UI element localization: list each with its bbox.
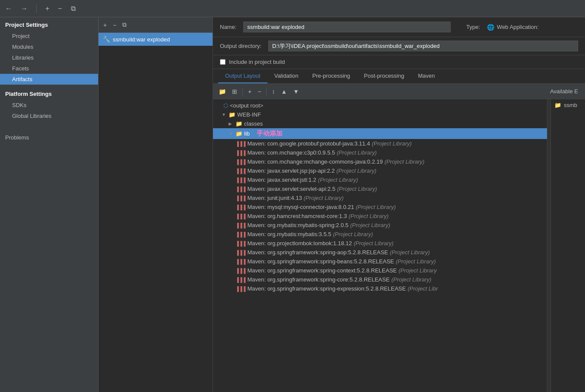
type-value: 🌐 Web Application:: [487, 24, 539, 31]
tree-item-maven9[interactable]: ▐▐▐ Maven: org.hamcrest:hamcrest-core:1.…: [213, 212, 547, 221]
toolbar-separator-1: [36, 4, 37, 13]
maven13-suffix: (Project Library): [390, 249, 429, 256]
top-toolbar: ← → + − ⧉: [0, 0, 585, 17]
sidebar: Project Settings Project Modules Librari…: [0, 17, 99, 392]
tree-scrollbar[interactable]: [547, 99, 550, 392]
maven6-label: Maven: javax.servlet:servlet-api:2.5: [247, 186, 335, 192]
tree-item-output-root[interactable]: ⬡ <output root>: [213, 101, 547, 110]
tree-item-maven2[interactable]: ▐▐▐ Maven: com.mchange:c3p0:0.9.5.5 (Pro…: [213, 148, 547, 157]
type-label: Type:: [466, 24, 480, 30]
output-dir-input[interactable]: [268, 41, 578, 51]
tree-item-maven1[interactable]: ▐▐▐ Maven: com.google.protobuf:protobuf-…: [213, 139, 547, 148]
maven10-label: Maven: org.mybatis:mybatis-spring:2.0.5: [247, 222, 348, 228]
sidebar-item-modules[interactable]: Modules: [0, 41, 98, 52]
tabs-row: Output Layout Validation Pre-processing …: [213, 69, 585, 84]
maven-icon-12: ▐▐▐: [235, 241, 245, 246]
sidebar-item-artifacts[interactable]: Artifacts: [0, 74, 98, 85]
sidebar-item-project[interactable]: Project: [0, 31, 98, 41]
tab-validation[interactable]: Validation: [267, 69, 305, 83]
tree-item-classes[interactable]: ▶ 📁 classes: [213, 119, 547, 128]
copy-button[interactable]: ⧉: [69, 4, 77, 13]
tree-item-maven3[interactable]: ▐▐▐ Maven: com.mchange:mchange-commons-j…: [213, 157, 547, 166]
back-button[interactable]: ←: [3, 4, 14, 13]
maven3-label: Maven: com.mchange:mchange-commons-java:…: [247, 158, 383, 165]
sidebar-item-global-libraries[interactable]: Global Libraries: [0, 111, 98, 121]
tree-item-maven17[interactable]: ▐▐▐ Maven: org.springframework:spring-ex…: [213, 284, 547, 293]
maven-icon-7: ▐▐▐: [235, 196, 245, 201]
tab-post-processing[interactable]: Post-processing: [357, 69, 411, 83]
artifact-copy-btn[interactable]: ⧉: [120, 20, 129, 30]
available-item-label: ssmb: [564, 102, 577, 108]
layout-down-btn[interactable]: ▼: [291, 87, 301, 96]
tree-item-maven15[interactable]: ▐▐▐ Maven: org.springframework:spring-co…: [213, 266, 547, 275]
sidebar-item-libraries[interactable]: Libraries: [0, 52, 98, 63]
maven14-suffix: (Project Library): [396, 258, 436, 265]
tree-item-maven4[interactable]: ▐▐▐ Maven: javax.servlet.jsp:jsp-api:2.2…: [213, 166, 547, 175]
maven11-label: Maven: org.mybatis:mybatis:3.5.5: [247, 231, 331, 237]
maven-icon-8: ▐▐▐: [235, 205, 245, 210]
layout-up-btn[interactable]: ▲: [279, 87, 289, 96]
layout-sort-btn[interactable]: ↕: [270, 87, 277, 96]
maven4-label: Maven: javax.servlet.jsp:jsp-api:2.2: [247, 168, 334, 174]
maven16-suffix: (Project Library): [391, 276, 431, 283]
forward-button[interactable]: →: [19, 4, 29, 13]
layout-sep-2: [266, 88, 267, 95]
sidebar-problems[interactable]: Problems: [0, 130, 98, 143]
name-label: Name:: [220, 24, 236, 30]
artifact-remove-btn[interactable]: −: [111, 20, 118, 30]
maven4-suffix: (Project Library): [337, 168, 376, 174]
maven10-suffix: (Project Library): [350, 222, 390, 228]
layout-folder-btn[interactable]: 📁: [216, 87, 228, 96]
maven-icon-9: ▐▐▐: [235, 214, 245, 219]
tree-item-maven7[interactable]: ▐▐▐ Maven: junit:junit:4.13 (Project Lib…: [213, 193, 547, 202]
layout-grid-btn[interactable]: ⊞: [230, 87, 239, 96]
minus-button[interactable]: −: [56, 4, 64, 13]
tree-item-maven12[interactable]: ▐▐▐ Maven: org.projectlombok:lombok:1.18…: [213, 239, 547, 248]
sidebar-item-sdks[interactable]: SDKs: [0, 100, 98, 111]
maven8-suffix: (Project Library): [356, 204, 396, 210]
tree-item-maven14[interactable]: ▐▐▐ Maven: org.springframework:spring-be…: [213, 257, 547, 266]
add-button[interactable]: +: [44, 4, 51, 13]
tree-item-maven8[interactable]: ▐▐▐ Maven: mysql:mysql-connector-java:8.…: [213, 202, 547, 212]
available-item-ssmbuild[interactable]: 📁 ssmb: [551, 99, 585, 111]
maven15-suffix: (Project Library: [399, 267, 437, 274]
maven13-label: Maven: org.springframework:spring-aop:5.…: [247, 249, 388, 256]
maven-icon-3: ▐▐▐: [235, 159, 245, 164]
tree-item-maven13[interactable]: ▐▐▐ Maven: org.springframework:spring-ao…: [213, 248, 547, 257]
layout-add-btn[interactable]: +: [246, 87, 254, 96]
include-checkbox[interactable]: [220, 59, 226, 65]
tree-item-maven6[interactable]: ▐▐▐ Maven: javax.servlet:servlet-api:2.5…: [213, 184, 547, 193]
maven16-label: Maven: org.springframework:spring-core:5…: [247, 276, 389, 283]
tree-area: ⬡ <output root> ▼ 📁 WEB-INF ▶ 📁 classes: [213, 99, 547, 392]
layout-remove-btn[interactable]: −: [255, 87, 263, 96]
tab-output-layout[interactable]: Output Layout: [218, 69, 267, 83]
maven17-label: Maven: org.springframework:spring-expres…: [247, 285, 406, 292]
artifact-add-btn[interactable]: +: [101, 20, 109, 30]
platform-settings-title: Platform Settings: [0, 85, 98, 100]
maven-icon-14: ▐▐▐: [235, 259, 245, 264]
tree-item-web-inf[interactable]: ▼ 📁 WEB-INF: [213, 110, 547, 119]
tree-item-maven10[interactable]: ▐▐▐ Maven: org.mybatis:mybatis-spring:2.…: [213, 221, 547, 230]
maven-icon-4: ▐▐▐: [235, 168, 245, 174]
web-app-icon: 🌐: [487, 24, 494, 31]
tree-item-maven16[interactable]: ▐▐▐ Maven: org.springframework:spring-co…: [213, 275, 547, 284]
name-input[interactable]: [243, 22, 451, 32]
sidebar-item-facets[interactable]: Facets: [0, 63, 98, 74]
maven-icon-11: ▐▐▐: [235, 232, 245, 237]
layout-area: ⬡ <output root> ▼ 📁 WEB-INF ▶ 📁 classes: [213, 99, 585, 392]
maven3-suffix: (Project Library): [385, 158, 424, 165]
project-settings-title: Project Settings: [0, 17, 98, 31]
classes-label: classes: [244, 120, 263, 127]
tree-item-lib[interactable]: ▼ 📁 lib 手动添加: [213, 128, 547, 139]
artifact-item-label: ssmbuild:war exploded: [113, 36, 170, 43]
maven17-suffix: (Project Libr: [407, 285, 438, 292]
maven12-label: Maven: org.projectlombok:lombok:1.18.12: [247, 240, 352, 247]
tab-pre-processing[interactable]: Pre-processing: [305, 69, 357, 83]
maven-icon-17: ▐▐▐: [235, 286, 245, 291]
toggle-web-inf: ▼: [222, 112, 227, 117]
tree-item-maven5[interactable]: ▐▐▐ Maven: javax.servlet:jstl:1.2 (Proje…: [213, 175, 547, 184]
tree-item-maven11[interactable]: ▐▐▐ Maven: org.mybatis:mybatis:3.5.5 (Pr…: [213, 230, 547, 239]
artifact-item-ssmbuild[interactable]: 🔧 ssmbuild:war exploded: [99, 33, 213, 46]
tab-maven[interactable]: Maven: [411, 69, 442, 83]
toggle-classes: ▶: [229, 121, 234, 126]
